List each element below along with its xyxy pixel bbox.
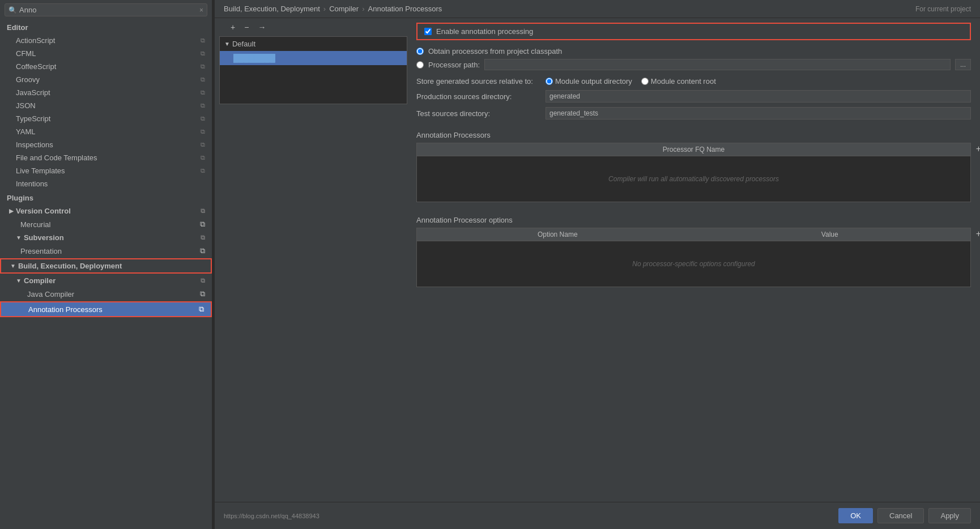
build-execution-header[interactable]: ▼ Build, Execution, Deployment — [0, 258, 212, 274]
breadcrumb-sep2: › — [362, 5, 364, 13]
copy-icon-mercurial: ⧉ — [200, 220, 205, 229]
sidebar-item-intentions[interactable]: Intentions — [0, 177, 212, 190]
sidebar-item-java-compiler[interactable]: Java Compiler ⧉ — [0, 287, 212, 301]
copy-icon-coffeescript: ⧉ — [201, 63, 205, 70]
sidebar: 🔍 × Editor ActionScript ⧉ CFML ⧉ CoffeeS… — [0, 0, 212, 529]
sidebar-item-coffeescript[interactable]: CoffeeScript ⧉ — [0, 60, 212, 73]
table-header-row: Processor FQ Name — [417, 143, 970, 156]
copy-icon-yaml: ⧉ — [201, 128, 205, 135]
sidebar-item-presentation[interactable]: Presentation ⧉ — [0, 244, 212, 258]
sidebar-item-cfml[interactable]: CFML ⧉ — [0, 47, 212, 60]
browse-button[interactable]: ... — [955, 59, 971, 70]
copy-icon-compiler: ⧉ — [201, 277, 205, 284]
options-table-header: Option Name Value — [417, 228, 970, 241]
test-sources-row: Test sources directory: — [416, 107, 971, 120]
copy-icon-js: ⧉ — [201, 89, 205, 96]
copy-icon-java-compiler: ⧉ — [200, 289, 205, 298]
bottom-bar: https://blog.csdn.net/qq_44838943 OK Can… — [215, 502, 980, 529]
test-sources-input[interactable] — [546, 107, 971, 120]
module-content-label[interactable]: Module content root — [651, 77, 716, 86]
processor-path-radio[interactable] — [416, 61, 424, 69]
production-sources-row: Production sources directory: — [416, 90, 971, 103]
sidebar-item-json[interactable]: JSON ⧉ — [0, 99, 212, 112]
copy-icon: ⧉ — [201, 37, 205, 44]
sidebar-item-inspections[interactable]: Inspections ⧉ — [0, 138, 212, 151]
copy-icon-json: ⧉ — [201, 102, 205, 109]
sidebar-item-annotation-processors[interactable]: Annotation Processors ⧉ — [0, 301, 212, 317]
ok-button[interactable]: OK — [838, 508, 873, 523]
compiler-header[interactable]: ▼ Compiler ⧉ — [0, 274, 212, 287]
production-sources-label: Production sources directory: — [416, 92, 541, 101]
subversion-header[interactable]: ▼ Subversion ⧉ — [0, 231, 212, 244]
clear-icon[interactable]: × — [199, 6, 203, 14]
annotation-options-wrapper: Option Name Value No processor-specific … — [416, 228, 971, 287]
obtain-processors-row: Obtain processors from project classpath — [416, 47, 971, 56]
sidebar-item-live-templates[interactable]: Live Templates ⧉ — [0, 164, 212, 177]
main-content: Build, Execution, Deployment › Compiler … — [215, 0, 980, 529]
breadcrumb: Build, Execution, Deployment › Compiler … — [215, 0, 980, 18]
editor-section-header: Editor — [0, 20, 212, 34]
table-empty-message: Compiler will run all automatically disc… — [608, 175, 779, 183]
remove-button[interactable]: − — [242, 22, 251, 33]
processor-fq-name-col: Processor FQ Name — [421, 146, 966, 153]
processor-path-row: Processor path: ... — [416, 59, 971, 70]
production-sources-input[interactable] — [546, 90, 971, 103]
sidebar-item-typescript[interactable]: TypeScript ⧉ — [0, 112, 212, 125]
module-content-radio[interactable] — [641, 78, 649, 85]
annotation-processors-title: Annotation Processors — [416, 131, 971, 139]
enable-annotation-row: Enable annotation processing — [416, 23, 971, 40]
panel-toolbar: + − → — [219, 18, 407, 36]
copy-icon-groovy: ⧉ — [201, 76, 205, 83]
sidebar-item-yaml[interactable]: YAML ⧉ — [0, 125, 212, 138]
sidebar-item-actionscript[interactable]: ActionScript ⧉ — [0, 34, 212, 47]
profile-subitem[interactable]: ████████ — [220, 51, 407, 65]
add-button[interactable]: + — [228, 22, 237, 33]
breadcrumb-sep1: › — [323, 5, 326, 13]
store-generated-row: Store generated sources relative to: Mod… — [416, 77, 971, 86]
obtain-label[interactable]: Obtain processors from project classpath — [428, 47, 562, 56]
svn-arrow: ▼ — [16, 234, 22, 241]
apply-button[interactable]: Apply — [928, 508, 971, 523]
for-project-link[interactable]: For current project — [915, 5, 971, 13]
enable-annotation-label[interactable]: Enable annotation processing — [436, 27, 533, 36]
add-processor-button[interactable]: + — [976, 144, 980, 154]
options-table-body: No processor-specific options configured — [417, 241, 970, 287]
help-link[interactable]: https://blog.csdn.net/qq_44838943 — [224, 513, 319, 519]
sidebar-item-mercurial[interactable]: Mercurial ⧉ — [0, 217, 212, 231]
breadcrumb-part1: Build, Execution, Deployment — [224, 5, 320, 13]
search-input[interactable] — [19, 6, 199, 14]
copy-icon-lt: ⧉ — [201, 167, 205, 174]
copy-icon-presentation: ⧉ — [200, 246, 205, 255]
copy-icon-fct: ⧉ — [201, 154, 205, 161]
copy-icon-ts: ⧉ — [201, 115, 205, 122]
profile-default-label: Default — [232, 40, 255, 48]
sidebar-item-groovy[interactable]: Groovy ⧉ — [0, 73, 212, 86]
module-output-radio[interactable] — [546, 78, 553, 85]
table-body: Compiler will run all automatically disc… — [417, 156, 970, 202]
copy-icon-vc: ⧉ — [201, 207, 205, 215]
annotation-processors-table: Processor FQ Name Compiler will run all … — [416, 143, 971, 202]
obtain-radio[interactable] — [416, 48, 424, 55]
test-sources-label: Test sources directory: — [416, 109, 541, 118]
add-option-button[interactable]: + — [976, 229, 980, 239]
arrow-button[interactable]: → — [255, 22, 268, 33]
vc-arrow: ▶ — [9, 208, 14, 214]
cancel-button[interactable]: Cancel — [877, 508, 924, 523]
breadcrumb-part2: Compiler — [329, 5, 359, 13]
processor-path-input[interactable] — [484, 59, 951, 70]
annotation-options-title: Annotation Processor options — [416, 216, 971, 224]
annotation-processors-wrapper: Processor FQ Name Compiler will run all … — [416, 143, 971, 202]
search-bar[interactable]: 🔍 × — [5, 3, 207, 16]
value-col: Value — [694, 231, 966, 238]
profile-default[interactable]: ▼ Default — [220, 37, 407, 51]
copy-icon-inspections: ⧉ — [201, 141, 205, 148]
bed-arrow: ▼ — [10, 263, 16, 269]
sidebar-item-javascript[interactable]: JavaScript ⧉ — [0, 86, 212, 99]
enable-annotation-checkbox[interactable] — [424, 28, 432, 35]
copy-icon-annotation: ⧉ — [199, 305, 204, 314]
sidebar-item-file-code-templates[interactable]: File and Code Templates ⧉ — [0, 151, 212, 164]
processor-path-label[interactable]: Processor path: — [428, 61, 480, 69]
module-output-label[interactable]: Module output directory — [555, 77, 632, 86]
right-panel: Enable annotation processing Obtain proc… — [407, 18, 980, 502]
version-control-header[interactable]: ▶ Version Control ⧉ — [0, 204, 212, 217]
